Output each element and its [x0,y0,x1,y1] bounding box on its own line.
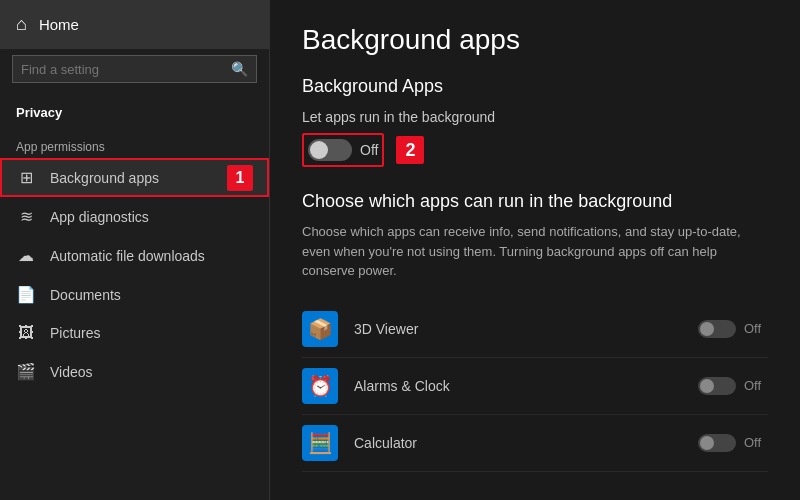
videos-icon: 🎬 [16,362,36,381]
main-content: Background apps Background Apps Let apps… [270,0,800,500]
app-row-alarms-clock: ⏰ Alarms & Clock Off [302,358,768,415]
calculator-toggle[interactable] [698,434,736,452]
sidebar-item-app-diagnostics[interactable]: ≋ App diagnostics [0,197,269,236]
3d-viewer-name: 3D Viewer [354,321,698,337]
sidebar-home-button[interactable]: ⌂ Home [0,0,269,49]
search-box[interactable]: 🔍 [12,55,257,83]
background-apps-toggle[interactable] [308,139,352,161]
sidebar-item-background-apps[interactable]: ⊞ Background apps 1 [0,158,269,197]
sidebar-section-title: Privacy [0,95,269,126]
background-apps-icon: ⊞ [16,168,36,187]
annotation-2-badge: 2 [396,136,424,164]
page-title: Background apps [302,24,768,56]
search-icon: 🔍 [231,61,248,77]
pictures-icon: 🖼 [16,324,36,342]
sidebar-item-videos[interactable]: 🎬 Videos [0,352,269,391]
toggle-state-text: Off [360,142,378,158]
sidebar-item-label: Pictures [50,325,101,341]
calculator-toggle-knob [700,436,714,450]
alarms-clock-icon: ⏰ [302,368,338,404]
toggle-label: Let apps run in the background [302,109,768,125]
app-row-3d-viewer: 📦 3D Viewer Off [302,301,768,358]
sidebar-item-label: Automatic file downloads [50,248,205,264]
sidebar-item-label: Documents [50,287,121,303]
toggle-wrapper[interactable]: Off [302,133,384,167]
sidebar-item-label: Background apps [50,170,159,186]
home-icon: ⌂ [16,14,27,35]
alarms-clock-name: Alarms & Clock [354,378,698,394]
toggle-knob [310,141,328,159]
sidebar-item-pictures[interactable]: 🖼 Pictures [0,314,269,352]
calculator-icon: 🧮 [302,425,338,461]
home-label: Home [39,16,79,33]
alarms-clock-toggle-text: Off [744,378,768,393]
alarms-clock-toggle-group: Off [698,377,768,395]
3d-viewer-toggle-knob [700,322,714,336]
3d-viewer-icon: 📦 [302,311,338,347]
sidebar-item-label: App diagnostics [50,209,149,225]
annotation-1-badge: 1 [227,165,253,191]
search-input[interactable] [21,62,225,77]
3d-viewer-toggle-text: Off [744,321,768,336]
calculator-toggle-group: Off [698,434,768,452]
section1-title: Background Apps [302,76,768,97]
section2-description: Choose which apps can receive info, send… [302,222,762,281]
3d-viewer-toggle-group: Off [698,320,768,338]
sidebar-item-documents[interactable]: 📄 Documents [0,275,269,314]
calculator-toggle-text: Off [744,435,768,450]
sidebar: ⌂ Home 🔍 Privacy App permissions ⊞ Backg… [0,0,270,500]
automatic-file-downloads-icon: ☁ [16,246,36,265]
alarms-clock-toggle-knob [700,379,714,393]
documents-icon: 📄 [16,285,36,304]
app-permissions-header: App permissions [0,126,269,158]
alarms-clock-toggle[interactable] [698,377,736,395]
app-row-calculator: 🧮 Calculator Off [302,415,768,472]
background-apps-toggle-row: Off 2 [302,133,768,167]
calculator-name: Calculator [354,435,698,451]
section2-title: Choose which apps can run in the backgro… [302,191,768,212]
sidebar-item-automatic-file-downloads[interactable]: ☁ Automatic file downloads [0,236,269,275]
app-diagnostics-icon: ≋ [16,207,36,226]
sidebar-item-label: Videos [50,364,93,380]
3d-viewer-toggle[interactable] [698,320,736,338]
